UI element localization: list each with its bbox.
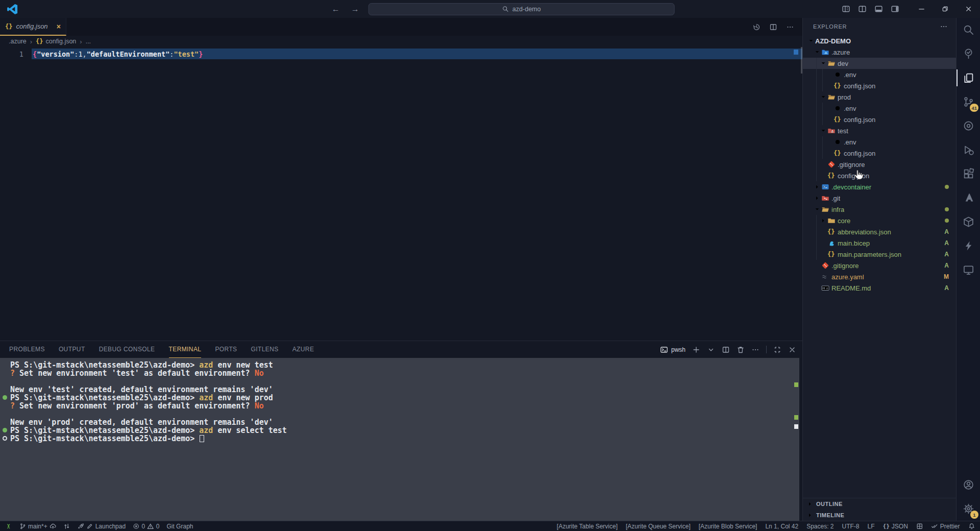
timeline-history-icon[interactable]: [752, 23, 761, 31]
activity-accounts[interactable]: [957, 473, 980, 497]
tree-item-prod[interactable]: prod: [803, 91, 956, 103]
chevron-right-icon: [813, 195, 821, 201]
explorer-more-icon[interactable]: [940, 22, 948, 31]
tree-item-config.json[interactable]: {}config.json: [803, 170, 956, 181]
status-item-azurite-queue[interactable]: [Azurite Queue Service]: [626, 521, 691, 531]
split-editor-layout-icon[interactable]: [858, 5, 867, 13]
tree-item-config.json[interactable]: {}config.json: [803, 80, 956, 91]
maximize-panel-icon[interactable]: [773, 346, 781, 354]
breadcrumb-item[interactable]: ...: [86, 38, 91, 45]
status-item-problems[interactable]: 00: [133, 521, 159, 531]
tree-item-.gitignore[interactable]: .gitignore: [803, 159, 956, 170]
breadcrumb-item[interactable]: .azure: [9, 38, 27, 45]
tree-item-.env[interactable]: .env: [803, 136, 956, 148]
status-item-formatter-prettier[interactable]: Prettier: [931, 521, 960, 531]
activity-azure[interactable]: [957, 186, 980, 210]
status-item-indentation[interactable]: Spaces: 2: [806, 521, 834, 531]
activity-containers[interactable]: [957, 210, 980, 234]
panel-tab-azure[interactable]: AZURE: [292, 341, 314, 358]
command-decoration-green[interactable]: [3, 395, 7, 400]
minimize-button[interactable]: [910, 0, 933, 18]
toggle-panel-icon[interactable]: [874, 5, 883, 13]
panel-tab-problems[interactable]: PROBLEMS: [9, 341, 45, 358]
new-terminal-icon[interactable]: [692, 346, 700, 354]
tree-item-main.parameters.json[interactable]: {}main.parameters.jsonA: [803, 249, 956, 260]
activity-extensions[interactable]: [957, 162, 980, 186]
status-item-encoding[interactable]: UTF-8: [842, 521, 860, 531]
panel-tab-terminal[interactable]: TERMINAL: [169, 341, 202, 358]
panel-tab-debug-console[interactable]: DEBUG CONSOLE: [99, 341, 155, 358]
status-item-azurite-table[interactable]: [Azurite Table Service]: [557, 521, 618, 531]
status-item-git-graph[interactable]: Git Graph: [166, 521, 193, 531]
tree-item-.env[interactable]: .env: [803, 69, 956, 80]
split-editor-icon[interactable]: [769, 23, 777, 31]
tree-item-.git[interactable]: .git: [803, 192, 956, 204]
activity-azure-functions[interactable]: [957, 234, 980, 258]
activity-testing[interactable]: [957, 42, 980, 66]
toggle-sidebar-icon[interactable]: [891, 5, 899, 13]
split-terminal-icon[interactable]: [722, 346, 730, 354]
restore-button[interactable]: [933, 0, 957, 18]
terminal-shell-item[interactable]: pwsh: [660, 346, 685, 354]
section-timeline[interactable]: TIMELINE: [803, 510, 956, 521]
code-editor[interactable]: 1 {"version":1,"defaultEnvironment":"tes…: [0, 47, 802, 341]
more-actions-icon[interactable]: [786, 23, 794, 31]
activity-gitlens[interactable]: [957, 114, 980, 138]
kill-terminal-icon[interactable]: [737, 346, 745, 354]
terminal-viewport[interactable]: PS S:\git-mstack\netassemble25\azd-demo>…: [0, 358, 799, 521]
close-window-button[interactable]: [957, 0, 980, 18]
nav-back-button[interactable]: ←: [330, 5, 342, 14]
status-item-launchpad[interactable]: Launchpad: [78, 521, 126, 531]
status-item-git-branch[interactable]: main*+: [19, 521, 57, 531]
activity-settings[interactable]: 1: [957, 497, 980, 521]
container-icon: [963, 216, 974, 228]
tree-item-config.json[interactable]: {}config.json: [803, 114, 956, 125]
tree-item-azure.yaml[interactable]: azure.yamlM: [803, 271, 956, 282]
tree-item-abbreviations.json[interactable]: {}abbreviations.jsonA: [803, 226, 956, 237]
command-decoration-hollow[interactable]: [3, 436, 7, 441]
status-item-azurite-blob[interactable]: [Azurite Blob Service]: [699, 521, 757, 531]
nav-forward-button[interactable]: →: [349, 5, 361, 14]
tree-item-AZD-DEMO[interactable]: AZD-DEMO: [803, 35, 956, 46]
panel-tab-output[interactable]: OUTPUT: [59, 341, 85, 358]
status-item-notifications[interactable]: [968, 521, 975, 531]
panel-tab-ports[interactable]: PORTS: [215, 341, 237, 358]
tab-config-json[interactable]: {} config.json ×: [0, 18, 66, 36]
terminal-more-icon[interactable]: [751, 346, 760, 354]
tree-item-dev[interactable]: dev: [803, 58, 956, 69]
command-decoration-green[interactable]: [3, 428, 7, 432]
tree-item-.devcontainer[interactable]: .devcontainer: [803, 181, 956, 192]
panel-tab-gitlens[interactable]: GITLENS: [251, 341, 279, 358]
status-item-remote-indicator[interactable]: [5, 521, 12, 531]
close-tab-icon[interactable]: ×: [57, 22, 61, 31]
activity-remote-explorer[interactable]: [957, 258, 980, 282]
status-item-language-mode[interactable]: {}JSON: [883, 521, 908, 531]
tree-item-.azure[interactable]: .azure: [803, 46, 956, 58]
breadcrumb-item[interactable]: {}config.json: [36, 38, 76, 45]
status-item-eol[interactable]: LF: [868, 521, 875, 531]
tree-item-test[interactable]: test: [803, 125, 956, 136]
activity-explorer[interactable]: [957, 66, 980, 90]
activity-run-debug[interactable]: [957, 138, 980, 162]
breadcrumb[interactable]: .azure›{}config.json›...: [0, 36, 802, 47]
tree-item-.env[interactable]: .env: [803, 103, 956, 114]
status-item-cursor-position[interactable]: Ln 1, Col 42: [765, 521, 798, 531]
terminal-dropdown-icon[interactable]: [707, 346, 715, 354]
activity-source-control[interactable]: 41: [957, 90, 980, 114]
tree-item-main.bicep[interactable]: main.bicepA: [803, 237, 956, 249]
section-outline[interactable]: OUTLINE: [803, 498, 956, 510]
status-item-compare-changes[interactable]: [63, 521, 70, 531]
activity-search[interactable]: [957, 18, 980, 42]
tree-item-.gitignore[interactable]: .gitignoreA: [803, 260, 956, 271]
tree-item-infra[interactable]: infra: [803, 204, 956, 215]
editor-scrollbar[interactable]: [801, 47, 802, 74]
terminal-line: PS S:\git-mstack\netassemble25\azd-demo>…: [0, 394, 799, 402]
customize-layout-icon[interactable]: [842, 5, 850, 13]
command-center-search[interactable]: azd-demo: [369, 3, 675, 15]
close-panel-icon[interactable]: [788, 346, 796, 354]
status-item-feedback[interactable]: [916, 521, 923, 531]
tree-item-config.json[interactable]: {}config.json: [803, 148, 956, 159]
tree-item-core[interactable]: core: [803, 215, 956, 226]
tree-item-README.md[interactable]: README.mdA: [803, 282, 956, 294]
folder-test-icon: [827, 127, 838, 135]
